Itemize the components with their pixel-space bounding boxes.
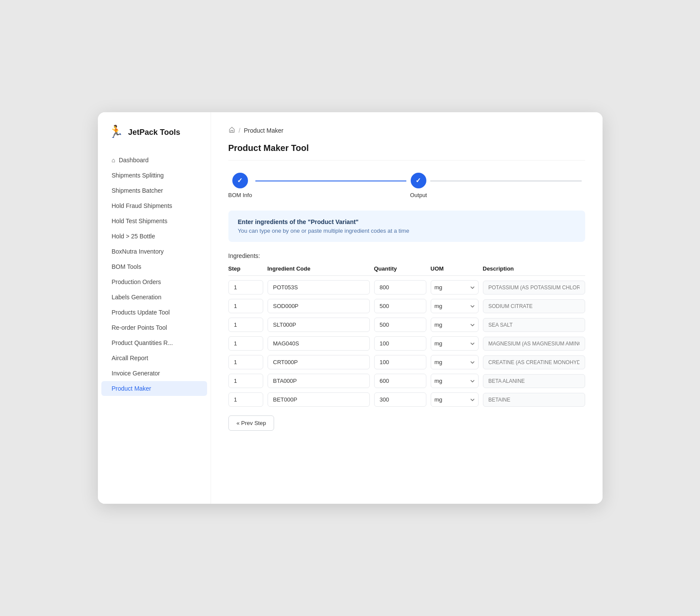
sidebar-item-product-maker[interactable]: Product Maker: [101, 381, 207, 396]
sidebar-item-labels-generation[interactable]: Labels Generation: [101, 290, 207, 305]
dashboard-icon: ⌂: [112, 157, 115, 164]
row-6-quantity-input[interactable]: [374, 392, 426, 407]
row-4-quantity-input[interactable]: [374, 355, 426, 369]
sidebar-item-hold-fraud-shipments[interactable]: Hold Fraud Shipments: [101, 198, 207, 213]
step-line-1: [255, 181, 406, 181]
table-row: mggmcgIUml: [228, 299, 585, 313]
main-content: / Product Maker Product Maker Tool ✓ BOM…: [211, 112, 603, 504]
info-box: Enter ingredients of the "Product Varian…: [228, 211, 585, 242]
row-5-description-input: [483, 374, 585, 388]
table-header-step: Step: [228, 265, 263, 272]
row-6-description-input: [483, 393, 585, 407]
sidebar-item-shipments-batcher[interactable]: Shipments Batcher: [101, 183, 207, 198]
step-output: ✓ Output: [410, 173, 427, 198]
app-window: 🏃 JetPack Tools ⌂DashboardShipments Spli…: [98, 112, 603, 504]
sidebar-navigation: ⌂DashboardShipments SplittingShipments B…: [98, 153, 211, 396]
row-1-quantity-input[interactable]: [374, 299, 426, 313]
sidebar-item-production-orders[interactable]: Production Orders: [101, 275, 207, 289]
row-0-code-input[interactable]: [268, 280, 370, 295]
row-3-step-input[interactable]: [228, 336, 263, 351]
sidebar-item-bom-tools[interactable]: BOM Tools: [101, 259, 207, 274]
sidebar-item-hold-test-shipments[interactable]: Hold Test Shipments: [101, 214, 207, 228]
sidebar-item-re-order-points-tool[interactable]: Re-order Points Tool: [101, 320, 207, 335]
sidebar-logo: 🏃 JetPack Tools: [98, 124, 211, 152]
stepper: ✓ BOM Info ✓ Output: [228, 173, 585, 198]
row-5-code-input[interactable]: [268, 374, 370, 388]
sidebar-item-product-quantities-r[interactable]: Product Quantities R...: [101, 335, 207, 350]
breadcrumb-current: Product Maker: [244, 127, 283, 134]
row-0-uom-select[interactable]: mggmcgIUml: [431, 280, 479, 295]
row-5-quantity-input[interactable]: [374, 374, 426, 388]
info-box-title: Enter ingredients of the "Product Varian…: [238, 218, 576, 225]
sidebar-item-aircall-report[interactable]: Aircall Report: [101, 351, 207, 365]
table-row: mggmcgIUml: [228, 280, 585, 295]
table-row: mggmcgIUml: [228, 336, 585, 351]
table-row: mggmcgIUml: [228, 318, 585, 332]
table-row: mggmcgIUml: [228, 374, 585, 388]
step-output-circle: ✓: [411, 173, 426, 188]
row-3-quantity-input[interactable]: [374, 336, 426, 351]
table-row: mggmcgIUml: [228, 392, 585, 407]
row-3-description-input: [483, 337, 585, 351]
row-4-step-input[interactable]: [228, 355, 263, 369]
ingredient-table: mggmcgIUmlmggmcgIUmlmggmcgIUmlmggmcgIUml…: [228, 280, 585, 407]
row-2-uom-select[interactable]: mggmcgIUml: [431, 318, 479, 332]
row-0-description-input: [483, 281, 585, 295]
row-1-code-input[interactable]: [268, 299, 370, 313]
table-header-uom: UOM: [431, 265, 479, 272]
sidebar-item-boxnutra-inventory[interactable]: BoxNutra Inventory: [101, 244, 207, 259]
row-4-code-input[interactable]: [268, 355, 370, 369]
step-line-2: [430, 181, 581, 181]
table-header-description: Description: [483, 265, 585, 272]
prev-step-button[interactable]: « Prev Step: [228, 415, 275, 431]
row-0-quantity-input[interactable]: [374, 280, 426, 295]
sidebar-item-dashboard[interactable]: ⌂Dashboard: [101, 153, 207, 167]
row-3-uom-select[interactable]: mggmcgIUml: [431, 336, 479, 351]
page-title: Product Maker Tool: [228, 143, 585, 161]
step-bom-info-circle: ✓: [232, 173, 248, 188]
row-4-description-input: [483, 355, 585, 369]
row-6-step-input[interactable]: [228, 392, 263, 407]
row-6-code-input[interactable]: [268, 392, 370, 407]
row-5-step-input[interactable]: [228, 374, 263, 388]
step-bom-info: ✓ BOM Info: [228, 173, 252, 198]
breadcrumb: / Product Maker: [228, 126, 585, 134]
ingredients-label: Ingredients:: [228, 252, 585, 259]
table-header-ingredient-code: Ingredient Code: [268, 265, 370, 272]
sidebar-item-shipments-splitting[interactable]: Shipments Splitting: [101, 168, 207, 183]
row-1-step-input[interactable]: [228, 299, 263, 313]
step-bom-info-label: BOM Info: [228, 192, 252, 198]
sidebar: 🏃 JetPack Tools ⌂DashboardShipments Spli…: [98, 112, 211, 504]
step-output-label: Output: [410, 192, 427, 198]
breadcrumb-separator: /: [239, 127, 241, 134]
table-header-quantity: Quantity: [374, 265, 426, 272]
sidebar-item-products-update-tool[interactable]: Products Update Tool: [101, 305, 207, 320]
row-3-code-input[interactable]: [268, 336, 370, 351]
row-2-step-input[interactable]: [228, 318, 263, 332]
row-2-description-input: [483, 318, 585, 332]
info-box-description: You can type one by one or paste multipl…: [238, 228, 576, 234]
row-5-uom-select[interactable]: mggmcgIUml: [431, 374, 479, 388]
logo-text: JetPack Tools: [128, 128, 181, 137]
row-2-code-input[interactable]: [268, 318, 370, 332]
logo-icon: 🏃: [108, 124, 124, 140]
breadcrumb-home-icon: [228, 126, 235, 134]
row-6-uom-select[interactable]: mggmcgIUml: [431, 392, 479, 407]
row-0-step-input[interactable]: [228, 280, 263, 295]
table-row: mggmcgIUml: [228, 355, 585, 369]
row-2-quantity-input[interactable]: [374, 318, 426, 332]
sidebar-item-invoice-generator[interactable]: Invoice Generator: [101, 366, 207, 381]
row-1-uom-select[interactable]: mggmcgIUml: [431, 299, 479, 313]
sidebar-item-hold-25-bottle[interactable]: Hold > 25 Bottle: [101, 229, 207, 244]
table-header: StepIngredient CodeQuantityUOMDescriptio…: [228, 265, 585, 276]
row-1-description-input: [483, 299, 585, 313]
row-4-uom-select[interactable]: mggmcgIUml: [431, 355, 479, 369]
